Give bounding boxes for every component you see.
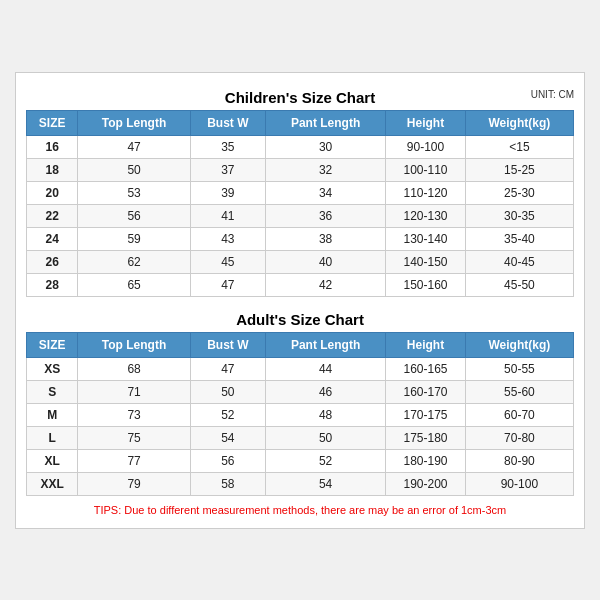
table-row: 22564136120-13030-35 [27, 204, 574, 227]
table-row: XXL795854190-20090-100 [27, 472, 574, 495]
table-cell: 38 [265, 227, 385, 250]
table-cell: 130-140 [386, 227, 465, 250]
table-cell: 52 [190, 403, 265, 426]
children-col-header: SIZE [27, 110, 78, 135]
table-cell: 180-190 [386, 449, 465, 472]
table-cell: 16 [27, 135, 78, 158]
table-cell: 40 [265, 250, 385, 273]
table-row: M735248170-17560-70 [27, 403, 574, 426]
table-cell: 56 [190, 449, 265, 472]
table-row: S715046160-17055-60 [27, 380, 574, 403]
adults-table-body: XS684744160-16550-55S715046160-17055-60M… [27, 357, 574, 495]
table-row: 28654742150-16045-50 [27, 273, 574, 296]
adults-col-header: SIZE [27, 332, 78, 357]
adults-col-header: Weight(kg) [465, 332, 573, 357]
children-col-header: Bust W [190, 110, 265, 135]
tips-text: TIPS: Due to different measurement metho… [26, 502, 574, 518]
children-table-body: 1647353090-100<1518503732100-11015-25205… [27, 135, 574, 296]
table-cell: 28 [27, 273, 78, 296]
table-cell: 79 [78, 472, 191, 495]
table-cell: 140-150 [386, 250, 465, 273]
children-size-table: SIZETop LengthBust WPant LengthHeightWei… [26, 110, 574, 297]
table-row: L755450175-18070-80 [27, 426, 574, 449]
size-chart-container: Children's Size Chart UNIT: CM SIZETop L… [15, 72, 585, 529]
table-cell: 71 [78, 380, 191, 403]
table-cell: 45-50 [465, 273, 573, 296]
children-section-title: Children's Size Chart UNIT: CM [26, 83, 574, 110]
adults-header-row: SIZETop LengthBust WPant LengthHeightWei… [27, 332, 574, 357]
table-cell: 170-175 [386, 403, 465, 426]
table-cell: 42 [265, 273, 385, 296]
table-cell: S [27, 380, 78, 403]
table-cell: 50-55 [465, 357, 573, 380]
table-cell: 30-35 [465, 204, 573, 227]
table-cell: 44 [265, 357, 385, 380]
unit-label: UNIT: CM [531, 89, 574, 100]
table-cell: 70-80 [465, 426, 573, 449]
table-cell: 65 [78, 273, 191, 296]
children-title-text: Children's Size Chart [225, 89, 375, 106]
table-cell: M [27, 403, 78, 426]
table-cell: 40-45 [465, 250, 573, 273]
table-cell: 43 [190, 227, 265, 250]
table-cell: 73 [78, 403, 191, 426]
table-cell: XS [27, 357, 78, 380]
table-cell: 20 [27, 181, 78, 204]
table-cell: 59 [78, 227, 191, 250]
table-cell: 50 [265, 426, 385, 449]
table-cell: 26 [27, 250, 78, 273]
adults-col-header: Height [386, 332, 465, 357]
table-cell: 24 [27, 227, 78, 250]
table-cell: 32 [265, 158, 385, 181]
table-cell: 55-60 [465, 380, 573, 403]
table-cell: XL [27, 449, 78, 472]
table-cell: 90-100 [465, 472, 573, 495]
table-cell: 100-110 [386, 158, 465, 181]
table-cell: 15-25 [465, 158, 573, 181]
table-cell: L [27, 426, 78, 449]
table-cell: 56 [78, 204, 191, 227]
children-col-header: Height [386, 110, 465, 135]
table-cell: 45 [190, 250, 265, 273]
table-cell: 46 [265, 380, 385, 403]
adults-section-title: Adult's Size Chart [26, 305, 574, 332]
table-cell: 41 [190, 204, 265, 227]
adults-size-table: SIZETop LengthBust WPant LengthHeightWei… [26, 332, 574, 496]
table-cell: 68 [78, 357, 191, 380]
children-header-row: SIZETop LengthBust WPant LengthHeightWei… [27, 110, 574, 135]
table-cell: 18 [27, 158, 78, 181]
table-cell: 110-120 [386, 181, 465, 204]
table-cell: 75 [78, 426, 191, 449]
table-cell: 52 [265, 449, 385, 472]
table-cell: 190-200 [386, 472, 465, 495]
table-row: 1647353090-100<15 [27, 135, 574, 158]
table-cell: 54 [265, 472, 385, 495]
table-cell: 35-40 [465, 227, 573, 250]
table-cell: 54 [190, 426, 265, 449]
adults-col-header: Top Length [78, 332, 191, 357]
table-cell: 36 [265, 204, 385, 227]
table-row: 20533934110-12025-30 [27, 181, 574, 204]
table-cell: 60-70 [465, 403, 573, 426]
table-row: 24594338130-14035-40 [27, 227, 574, 250]
table-row: XS684744160-16550-55 [27, 357, 574, 380]
children-col-header: Top Length [78, 110, 191, 135]
adults-col-header: Pant Length [265, 332, 385, 357]
table-cell: 50 [78, 158, 191, 181]
table-cell: 30 [265, 135, 385, 158]
table-cell: 150-160 [386, 273, 465, 296]
table-row: 18503732100-11015-25 [27, 158, 574, 181]
table-cell: 120-130 [386, 204, 465, 227]
children-col-header: Pant Length [265, 110, 385, 135]
table-cell: 53 [78, 181, 191, 204]
children-col-header: Weight(kg) [465, 110, 573, 135]
table-cell: 39 [190, 181, 265, 204]
table-cell: 48 [265, 403, 385, 426]
table-cell: 90-100 [386, 135, 465, 158]
table-cell: 50 [190, 380, 265, 403]
table-row: XL775652180-19080-90 [27, 449, 574, 472]
table-cell: 175-180 [386, 426, 465, 449]
table-cell: 160-170 [386, 380, 465, 403]
table-cell: 47 [78, 135, 191, 158]
table-cell: 37 [190, 158, 265, 181]
